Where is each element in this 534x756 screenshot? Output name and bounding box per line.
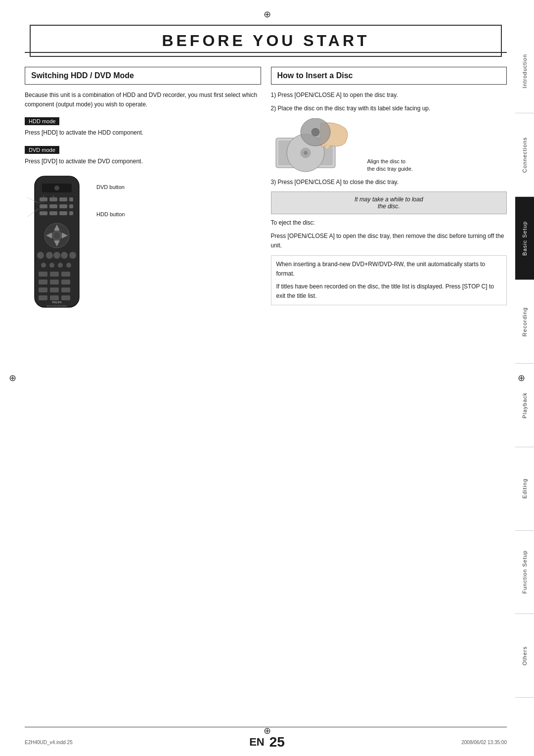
svg-rect-40 [50, 287, 59, 292]
svg-rect-10 [69, 204, 73, 208]
svg-point-32 [66, 263, 71, 268]
svg-rect-7 [40, 204, 47, 208]
svg-rect-44 [61, 295, 70, 300]
sidebar-label-recording: Recording [522, 307, 528, 336]
page-title-container: BEFORE YOU START [30, 25, 502, 57]
sidebar-item-playback[interactable]: Playback [515, 364, 534, 447]
svg-point-30 [49, 263, 54, 268]
svg-rect-6 [69, 197, 73, 201]
svg-rect-42 [39, 295, 47, 300]
align-text: Align the disc to the disc tray guide. [367, 158, 413, 173]
svg-point-23 [53, 232, 60, 239]
remote-illustration: PHILIPS HDD & DVD RECORDER DVD button HD… [25, 174, 261, 314]
sidebar-label-connections: Connections [522, 137, 528, 173]
en-label: EN [249, 736, 265, 749]
footer: E2H40UD_v4.indd 25 EN 25 2008/06/02 13:3… [25, 734, 507, 750]
right-section-header: How to Insert a Disc [271, 67, 507, 85]
sidebar-item-basic-setup[interactable]: Basic Setup [515, 197, 534, 281]
svg-rect-12 [49, 211, 57, 215]
file-info-right: 2008/06/02 13:35:00 [461, 740, 507, 745]
svg-rect-37 [50, 280, 59, 284]
svg-rect-8 [49, 204, 57, 208]
sidebar-label-introduction: Introduction [522, 54, 528, 88]
right-column: How to Insert a Disc 1) Press [OPEN/CLOS… [271, 67, 507, 314]
right-heading: How to Insert a Disc [277, 71, 353, 80]
note1-text: When inserting a brand-new DVD+RW/DVD-RW… [276, 260, 502, 279]
left-intro-text: Because this unit is a combination of HD… [25, 91, 261, 109]
content-columns: Switching HDD / DVD Mode Because this un… [25, 67, 507, 314]
sidebar-item-introduction[interactable]: Introduction [515, 30, 534, 113]
svg-rect-14 [69, 211, 73, 215]
reg-mark-top: ⊕ [264, 9, 271, 20]
dvd-mode-label: DVD mode [25, 146, 59, 154]
svg-rect-36 [39, 280, 47, 284]
svg-point-55 [304, 151, 308, 155]
eject-text: Press [OPEN/CLOSE A] to open the disc tr… [271, 232, 507, 250]
svg-rect-33 [39, 272, 47, 277]
page-number: 25 [269, 734, 285, 750]
sidebar-label-function-setup: Function Setup [522, 550, 528, 594]
svg-rect-9 [59, 204, 67, 208]
info-box: It may take a while to load the disc. [271, 191, 507, 214]
svg-point-57 [312, 128, 319, 136]
sidebar-label-editing: Editing [522, 478, 528, 499]
sidebar: Introduction Connections Basic Setup Rec… [515, 30, 534, 698]
svg-point-28 [69, 252, 76, 259]
svg-rect-43 [50, 295, 59, 300]
svg-point-25 [46, 252, 53, 259]
sidebar-item-connections[interactable]: Connections [515, 113, 534, 197]
svg-rect-34 [50, 272, 59, 277]
sidebar-label-playback: Playback [522, 392, 528, 419]
reg-mark-left: ⊕ [9, 373, 16, 383]
svg-rect-5 [59, 197, 67, 201]
left-section-header: Switching HDD / DVD Mode [25, 67, 261, 85]
bottom-rule [25, 727, 507, 728]
hdd-button-label: HDD button [96, 211, 125, 218]
svg-rect-4 [49, 197, 57, 201]
svg-rect-41 [61, 287, 70, 292]
note-box: When inserting a brand-new DVD+RW/DVD-RW… [271, 255, 507, 305]
svg-point-26 [53, 252, 60, 259]
step2-text: 2) Place the disc on the disc tray with … [271, 104, 507, 113]
sidebar-item-others[interactable]: Others [515, 614, 534, 698]
svg-point-27 [61, 252, 68, 259]
sidebar-label-basic-setup: Basic Setup [522, 221, 528, 256]
left-column: Switching HDD / DVD Mode Because this un… [25, 67, 261, 314]
svg-text:HDD & DVD RECORDER: HDD & DVD RECORDER [47, 305, 67, 307]
hdd-mode-label: HDD mode [25, 117, 59, 125]
svg-rect-3 [40, 197, 47, 201]
step1-text: 1) Press [OPEN/CLOSE A] to open the disc… [271, 91, 507, 100]
svg-rect-13 [59, 211, 67, 215]
dvd-mode-text: Press [DVD] to activate the DVD componen… [25, 157, 261, 166]
eject-heading: To eject the disc: [271, 218, 507, 228]
dvd-button-label: DVD button [96, 184, 125, 191]
svg-rect-38 [61, 280, 70, 284]
remote-svg: PHILIPS HDD & DVD RECORDER [25, 174, 89, 314]
svg-point-2 [54, 186, 59, 190]
remote-labels: DVD button HDD button [96, 174, 125, 219]
svg-point-24 [37, 252, 44, 259]
hdd-mode-text: Press [HDD] to activate the HDD componen… [25, 128, 261, 138]
svg-rect-39 [39, 287, 47, 292]
file-info-left: E2H40UD_v4.indd 25 [25, 740, 73, 745]
disc-illustration: Align the disc to the disc tray guide. [271, 118, 507, 173]
sidebar-label-others: Others [522, 646, 528, 665]
main-content: BEFORE YOU START Switching HDD / DVD Mod… [25, 25, 507, 726]
svg-point-29 [41, 263, 46, 268]
sidebar-item-function-setup[interactable]: Function Setup [515, 531, 534, 614]
svg-text:PHILIPS: PHILIPS [52, 301, 62, 304]
left-heading: Switching HDD / DVD Mode [31, 71, 134, 80]
svg-rect-11 [40, 211, 47, 215]
step3-text: 3) Press [OPEN/CLOSE A] to close the dis… [271, 178, 507, 187]
note2-text: If titles have been recorded on the disc… [276, 282, 502, 301]
sidebar-item-recording[interactable]: Recording [515, 280, 534, 364]
sidebar-item-editing[interactable]: Editing [515, 447, 534, 531]
svg-rect-35 [61, 272, 70, 277]
page-title: BEFORE YOU START [162, 32, 369, 49]
svg-point-31 [58, 263, 63, 268]
